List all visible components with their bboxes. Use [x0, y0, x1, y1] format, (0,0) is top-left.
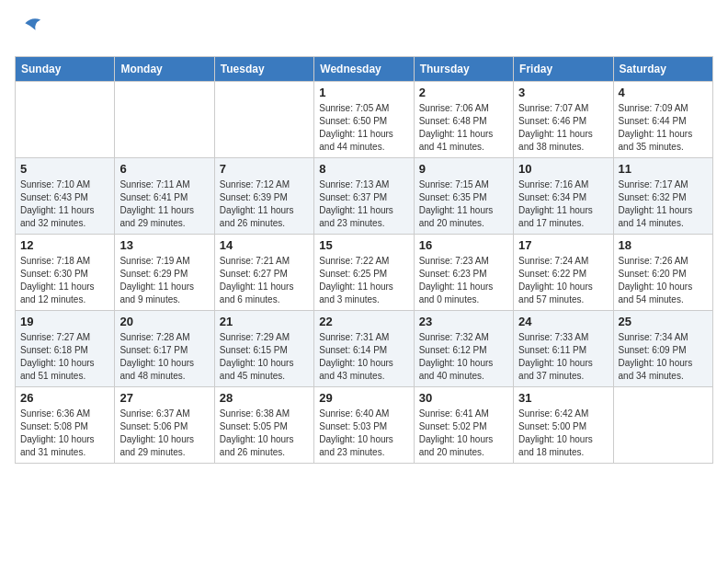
calendar-cell: [115, 81, 214, 157]
day-info: Sunrise: 7:06 AM Sunset: 6:48 PM Dayligh…: [419, 102, 508, 154]
calendar-week-row: 12Sunrise: 7:18 AM Sunset: 6:30 PM Dayli…: [16, 234, 713, 310]
calendar-cell: [613, 386, 712, 463]
calendar-cell: 21Sunrise: 7:29 AM Sunset: 6:15 PM Dayli…: [214, 310, 313, 386]
day-number: 1: [319, 86, 408, 99]
calendar-cell: 4Sunrise: 7:09 AM Sunset: 6:44 PM Daylig…: [613, 81, 712, 157]
day-info: Sunrise: 7:27 AM Sunset: 6:18 PM Dayligh…: [20, 331, 109, 383]
day-number: 24: [518, 315, 608, 328]
day-info: Sunrise: 6:38 AM Sunset: 5:05 PM Dayligh…: [220, 408, 309, 459]
weekday-header-friday: Friday: [514, 56, 613, 81]
day-number: 27: [119, 391, 209, 405]
day-number: 9: [419, 162, 508, 176]
day-number: 14: [220, 238, 309, 252]
day-number: 21: [220, 315, 309, 328]
calendar-cell: 5Sunrise: 7:10 AM Sunset: 6:43 PM Daylig…: [16, 157, 115, 234]
day-number: 5: [20, 162, 109, 176]
day-info: Sunrise: 7:22 AM Sunset: 6:25 PM Dayligh…: [319, 255, 408, 306]
calendar-cell: 6Sunrise: 7:11 AM Sunset: 6:41 PM Daylig…: [115, 157, 214, 234]
day-number: 20: [119, 315, 209, 328]
calendar-cell: 30Sunrise: 6:41 AM Sunset: 5:02 PM Dayli…: [414, 386, 513, 463]
calendar-week-row: 19Sunrise: 7:27 AM Sunset: 6:18 PM Dayli…: [16, 310, 713, 386]
day-info: Sunrise: 7:31 AM Sunset: 6:14 PM Dayligh…: [319, 331, 408, 383]
day-info: Sunrise: 7:09 AM Sunset: 6:44 PM Dayligh…: [619, 102, 708, 154]
day-info: Sunrise: 7:15 AM Sunset: 6:35 PM Dayligh…: [419, 178, 508, 230]
calendar-cell: 20Sunrise: 7:28 AM Sunset: 6:17 PM Dayli…: [115, 310, 214, 386]
day-number: 23: [419, 315, 508, 328]
day-number: 6: [119, 162, 209, 176]
day-info: Sunrise: 7:13 AM Sunset: 6:37 PM Dayligh…: [319, 178, 408, 230]
day-number: 26: [20, 391, 109, 405]
calendar-cell: 13Sunrise: 7:19 AM Sunset: 6:29 PM Dayli…: [115, 234, 214, 310]
calendar-week-row: 1Sunrise: 7:05 AM Sunset: 6:50 PM Daylig…: [16, 81, 713, 157]
calendar-week-row: 26Sunrise: 6:36 AM Sunset: 5:08 PM Dayli…: [16, 386, 713, 463]
day-number: 3: [518, 86, 608, 99]
day-info: Sunrise: 7:33 AM Sunset: 6:11 PM Dayligh…: [518, 331, 608, 383]
calendar-cell: 27Sunrise: 6:37 AM Sunset: 5:06 PM Dayli…: [115, 386, 214, 463]
day-info: Sunrise: 7:16 AM Sunset: 6:34 PM Dayligh…: [518, 178, 608, 230]
day-number: 31: [518, 391, 608, 405]
calendar-cell: [214, 81, 313, 157]
calendar-cell: 18Sunrise: 7:26 AM Sunset: 6:20 PM Dayli…: [613, 234, 712, 310]
calendar-cell: 17Sunrise: 7:24 AM Sunset: 6:22 PM Dayli…: [514, 234, 613, 310]
calendar-cell: 2Sunrise: 7:06 AM Sunset: 6:48 PM Daylig…: [414, 81, 513, 157]
calendar-cell: 3Sunrise: 7:07 AM Sunset: 6:46 PM Daylig…: [514, 81, 613, 157]
day-number: 30: [419, 391, 508, 405]
day-info: Sunrise: 7:12 AM Sunset: 6:39 PM Dayligh…: [220, 178, 309, 230]
day-info: Sunrise: 7:07 AM Sunset: 6:46 PM Dayligh…: [518, 102, 608, 154]
day-number: 13: [119, 238, 209, 252]
calendar-week-row: 5Sunrise: 7:10 AM Sunset: 6:43 PM Daylig…: [16, 157, 713, 234]
day-number: 22: [319, 315, 408, 328]
calendar-cell: 25Sunrise: 7:34 AM Sunset: 6:09 PM Dayli…: [613, 310, 712, 386]
day-info: Sunrise: 6:41 AM Sunset: 5:02 PM Dayligh…: [419, 408, 508, 459]
day-info: Sunrise: 7:24 AM Sunset: 6:22 PM Dayligh…: [518, 255, 608, 306]
weekday-header-monday: Monday: [115, 56, 214, 81]
calendar-cell: 7Sunrise: 7:12 AM Sunset: 6:39 PM Daylig…: [214, 157, 313, 234]
page-header: [15, 15, 713, 45]
day-number: 10: [518, 162, 608, 176]
day-info: Sunrise: 7:18 AM Sunset: 6:30 PM Dayligh…: [20, 255, 109, 306]
logo: [15, 15, 42, 45]
calendar-cell: 28Sunrise: 6:38 AM Sunset: 5:05 PM Dayli…: [214, 386, 313, 463]
day-info: Sunrise: 6:42 AM Sunset: 5:00 PM Dayligh…: [518, 408, 608, 459]
calendar-cell: 9Sunrise: 7:15 AM Sunset: 6:35 PM Daylig…: [414, 157, 513, 234]
day-info: Sunrise: 7:29 AM Sunset: 6:15 PM Dayligh…: [220, 331, 309, 383]
calendar-cell: 29Sunrise: 6:40 AM Sunset: 5:03 PM Dayli…: [314, 386, 414, 463]
weekday-header-sunday: Sunday: [16, 56, 115, 81]
day-number: 19: [20, 315, 109, 328]
day-info: Sunrise: 6:36 AM Sunset: 5:08 PM Dayligh…: [20, 408, 109, 459]
day-info: Sunrise: 7:19 AM Sunset: 6:29 PM Dayligh…: [119, 255, 209, 306]
weekday-header-saturday: Saturday: [613, 56, 712, 81]
day-number: 17: [518, 238, 608, 252]
day-info: Sunrise: 7:17 AM Sunset: 6:32 PM Dayligh…: [619, 178, 708, 230]
day-number: 7: [220, 162, 309, 176]
day-number: 15: [319, 238, 408, 252]
day-info: Sunrise: 7:28 AM Sunset: 6:17 PM Dayligh…: [119, 331, 209, 383]
calendar-cell: [16, 81, 115, 157]
calendar-cell: 14Sunrise: 7:21 AM Sunset: 6:27 PM Dayli…: [214, 234, 313, 310]
calendar-cell: 24Sunrise: 7:33 AM Sunset: 6:11 PM Dayli…: [514, 310, 613, 386]
day-number: 16: [419, 238, 508, 252]
day-info: Sunrise: 6:37 AM Sunset: 5:06 PM Dayligh…: [119, 408, 209, 459]
day-info: Sunrise: 7:10 AM Sunset: 6:43 PM Dayligh…: [20, 178, 109, 230]
day-number: 28: [220, 391, 309, 405]
day-number: 11: [619, 162, 708, 176]
calendar-cell: 22Sunrise: 7:31 AM Sunset: 6:14 PM Dayli…: [314, 310, 414, 386]
day-number: 29: [319, 391, 408, 405]
day-number: 2: [419, 86, 508, 99]
calendar-table: SundayMondayTuesdayWednesdayThursdayFrid…: [15, 56, 713, 464]
logo-bird-icon: [17, 15, 42, 40]
weekday-header-row: SundayMondayTuesdayWednesdayThursdayFrid…: [16, 56, 713, 81]
day-number: 18: [619, 238, 708, 252]
weekday-header-tuesday: Tuesday: [214, 56, 313, 81]
calendar-cell: 26Sunrise: 6:36 AM Sunset: 5:08 PM Dayli…: [16, 386, 115, 463]
day-number: 4: [619, 86, 708, 99]
day-info: Sunrise: 7:32 AM Sunset: 6:12 PM Dayligh…: [419, 331, 508, 383]
day-info: Sunrise: 7:21 AM Sunset: 6:27 PM Dayligh…: [220, 255, 309, 306]
day-info: Sunrise: 7:26 AM Sunset: 6:20 PM Dayligh…: [619, 255, 708, 306]
day-number: 25: [619, 315, 708, 328]
day-number: 12: [20, 238, 109, 252]
day-number: 8: [319, 162, 408, 176]
calendar-cell: 19Sunrise: 7:27 AM Sunset: 6:18 PM Dayli…: [16, 310, 115, 386]
calendar-cell: 12Sunrise: 7:18 AM Sunset: 6:30 PM Dayli…: [16, 234, 115, 310]
calendar-cell: 1Sunrise: 7:05 AM Sunset: 6:50 PM Daylig…: [314, 81, 414, 157]
